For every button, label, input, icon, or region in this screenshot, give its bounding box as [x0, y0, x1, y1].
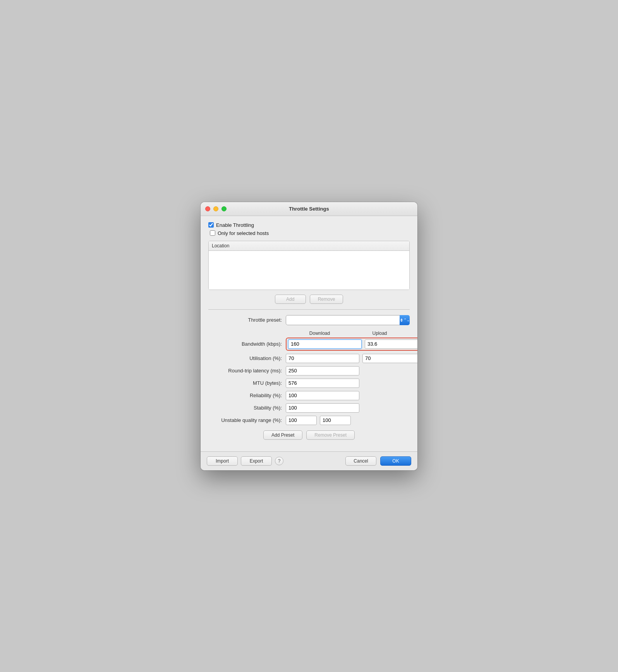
unstable-quality-label: Unstable quality range (%):	[208, 417, 286, 423]
mtu-input[interactable]	[286, 379, 359, 388]
only-selected-hosts-row: Only for selected hosts	[210, 230, 410, 236]
add-remove-row: Add Remove	[208, 295, 410, 304]
utilisation-label: Utilisation (%):	[208, 355, 286, 361]
utilisation-row: Utilisation (%):	[208, 354, 410, 363]
unstable-quality-to-input[interactable]	[320, 416, 351, 425]
upload-column-header: Upload	[350, 331, 410, 336]
unstable-quality-from-input[interactable]	[286, 416, 317, 425]
reliability-input[interactable]	[286, 391, 359, 400]
utilisation-inputs	[286, 354, 417, 363]
bandwidth-row: Bandwidth (kbps):	[208, 338, 410, 351]
titlebar: Throttle Settings	[201, 202, 417, 216]
content: Enable Throttling Only for selected host…	[201, 216, 417, 451]
preset-buttons-row: Add Preset Remove Preset	[208, 430, 410, 440]
stability-input[interactable]	[286, 403, 359, 413]
throttle-preset-select-container	[286, 315, 410, 325]
latency-label: Round-trip latency (ms):	[208, 368, 286, 374]
minimize-button[interactable]	[213, 206, 218, 211]
cancel-button[interactable]: Cancel	[345, 456, 376, 466]
stability-label: Stability (%):	[208, 405, 286, 411]
maximize-button[interactable]	[221, 206, 227, 211]
latency-input[interactable]	[286, 366, 359, 375]
bandwidth-upload-input[interactable]	[365, 339, 417, 349]
bottom-left-buttons: Import Export ?	[207, 456, 283, 466]
enable-throttling-row: Enable Throttling	[208, 222, 410, 228]
latency-row: Round-trip latency (ms):	[208, 366, 410, 375]
bottom-right-buttons: Cancel OK	[345, 456, 411, 466]
unstable-quality-row: Unstable quality range (%):	[208, 416, 410, 425]
window: Throttle Settings Enable Throttling Only…	[201, 202, 417, 470]
bandwidth-highlight	[286, 338, 417, 351]
ok-button[interactable]: OK	[380, 456, 411, 466]
throttle-preset-row: Throttle preset:	[208, 315, 410, 325]
only-selected-hosts-checkbox[interactable]	[210, 230, 215, 236]
add-preset-button[interactable]: Add Preset	[263, 430, 302, 440]
stability-row: Stability (%):	[208, 403, 410, 413]
help-button[interactable]: ?	[275, 457, 283, 465]
throttle-preset-label: Throttle preset:	[208, 317, 286, 323]
remove-preset-button[interactable]: Remove Preset	[306, 430, 355, 440]
bandwidth-download-input[interactable]	[288, 339, 362, 349]
stability-inputs	[286, 403, 359, 413]
location-column-header: Location	[209, 241, 409, 251]
separator	[208, 309, 410, 310]
location-table-body[interactable]	[209, 251, 409, 290]
unstable-quality-inputs	[286, 416, 351, 425]
throttle-preset-select[interactable]	[286, 315, 410, 325]
mtu-label: MTU (bytes):	[208, 380, 286, 386]
utilisation-upload-input[interactable]	[362, 354, 417, 363]
reliability-label: Reliability (%):	[208, 393, 286, 398]
import-button[interactable]: Import	[207, 456, 238, 466]
window-title: Throttle Settings	[289, 206, 329, 212]
remove-button[interactable]: Remove	[310, 295, 343, 304]
reliability-inputs	[286, 391, 359, 400]
traffic-lights	[205, 206, 227, 211]
bottom-bar: Import Export ? Cancel OK	[201, 451, 417, 470]
only-selected-hosts-label[interactable]: Only for selected hosts	[218, 230, 269, 236]
column-headers: Download Upload	[290, 331, 410, 336]
latency-inputs	[286, 366, 359, 375]
utilisation-download-input[interactable]	[286, 354, 359, 363]
bandwidth-label: Bandwidth (kbps):	[208, 341, 286, 347]
add-button[interactable]: Add	[275, 295, 306, 304]
mtu-row: MTU (bytes):	[208, 379, 410, 388]
reliability-row: Reliability (%):	[208, 391, 410, 400]
mtu-inputs	[286, 379, 359, 388]
export-button[interactable]: Export	[241, 456, 272, 466]
enable-throttling-label[interactable]: Enable Throttling	[216, 222, 254, 228]
close-button[interactable]	[205, 206, 210, 211]
download-column-header: Download	[290, 331, 350, 336]
location-table: Location	[208, 241, 410, 290]
enable-throttling-checkbox[interactable]	[208, 222, 214, 228]
